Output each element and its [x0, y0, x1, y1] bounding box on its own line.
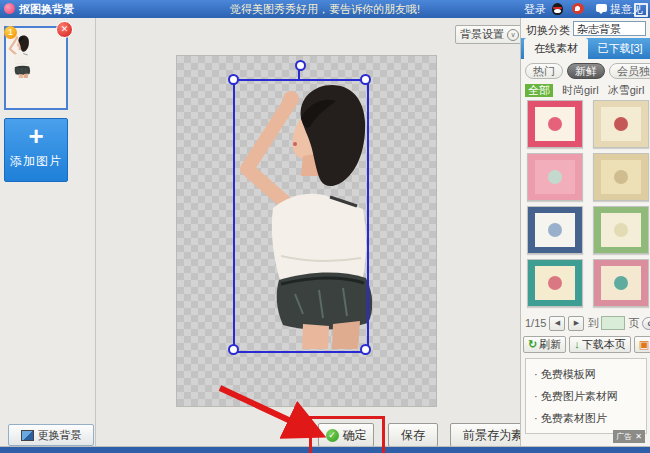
chevron-down-icon: ∨: [507, 29, 519, 41]
filter-hot[interactable]: 热门: [525, 63, 563, 79]
refresh-button[interactable]: ↻ 刷新: [523, 336, 566, 353]
subcategory-ice-girl[interactable]: 冰雪girl: [608, 83, 645, 98]
material-panel: 切换分类 杂志背景 在线素材 已下载[3] 热门 新鲜 会员独享 全部 时尚gi…: [520, 18, 650, 447]
ad-tag[interactable]: 广告 ✕: [613, 430, 645, 443]
material-thumb-balloon-poster-pink[interactable]: [527, 153, 583, 201]
filter-fresh-selected[interactable]: 新鲜: [567, 63, 605, 79]
next-page-button[interactable]: ▶: [568, 316, 584, 331]
material-actions: ↻ 刷新 ↓ 下载本页 ▣ 素材包: [523, 336, 650, 353]
ad-link-free-material-images[interactable]: · 免费素材图片: [534, 411, 607, 426]
ad-link-image-material-site[interactable]: · 免费图片素材网: [534, 389, 618, 404]
resize-handle-top-right[interactable]: [360, 74, 371, 85]
subcategory-all-selected[interactable]: 全部: [525, 84, 553, 97]
background-settings-button[interactable]: 背景设置 ∨: [455, 25, 524, 44]
window-control-button[interactable]: [634, 3, 648, 17]
resize-handle-bottom-right[interactable]: [360, 344, 371, 355]
selection-bounding-box[interactable]: [233, 79, 369, 353]
qq-icon[interactable]: [552, 3, 563, 15]
photo-index-badge: 1: [4, 26, 17, 39]
ad-links-box: · 免费模板网 · 免费图片素材网 · 免费素材图片 广告 ✕: [525, 358, 647, 434]
page-number-input[interactable]: [601, 316, 625, 330]
resize-handle-bottom-left[interactable]: [228, 344, 239, 355]
photo-list-sidebar: 1 ✕ + 添加图片 更换背景: [0, 18, 96, 447]
material-pack-button[interactable]: ▣ 素材包: [634, 336, 650, 353]
material-grid: [527, 100, 649, 312]
page-unit-label: 页: [628, 316, 639, 331]
tab-online-materials[interactable]: 在线素材: [524, 38, 588, 59]
download-icon: ↓: [574, 337, 580, 352]
filter-vip[interactable]: 会员独享: [609, 63, 650, 79]
photo-thumbnail-image: [6, 28, 62, 104]
login-link[interactable]: 登录: [524, 2, 546, 17]
category-dropdown[interactable]: 杂志背景: [573, 21, 646, 36]
material-thumb-night-sky-frame-blue[interactable]: [527, 206, 583, 254]
resize-handle-top-left[interactable]: [228, 74, 239, 85]
material-tabs: 在线素材 已下载[3]: [521, 38, 650, 59]
weibo-icon[interactable]: [572, 3, 584, 14]
remove-photo-icon[interactable]: ✕: [56, 21, 73, 38]
material-thumb-vintage-paper-beige[interactable]: [593, 153, 649, 201]
package-icon: ▣: [639, 337, 649, 352]
feedback-bubble-icon: [596, 4, 607, 12]
material-thumb-ice-cream-poster-pink[interactable]: [527, 100, 583, 148]
subcategory-fashion-girl[interactable]: 时尚girl: [562, 83, 599, 98]
material-thumb-floral-frame-teal[interactable]: [527, 259, 583, 307]
download-page-button[interactable]: ↓ 下载本页: [569, 336, 631, 353]
category-switch-label: 切换分类: [526, 23, 570, 38]
title-bar: 抠图换背景 觉得美图秀秀好用，要告诉你的朋友哦! 登录 提意见: [0, 0, 650, 18]
image-icon: [21, 430, 34, 441]
material-thumb-garden-frame-green[interactable]: [593, 206, 649, 254]
plus-icon: +: [5, 119, 67, 153]
change-background-button[interactable]: 更换背景: [8, 424, 94, 446]
rotation-handle[interactable]: [295, 60, 306, 71]
photo-thumbnail-selected[interactable]: 1 ✕: [4, 26, 68, 110]
page-indicator: 1/15: [525, 317, 546, 329]
subcategory-row: 全部 时尚girl 冰雪girl: [525, 83, 644, 97]
ad-close-icon[interactable]: ✕: [635, 432, 642, 441]
ad-link-template-site[interactable]: · 免费模板网: [534, 367, 596, 382]
goto-label: 到: [587, 316, 598, 331]
add-picture-button[interactable]: + 添加图片: [4, 118, 68, 182]
prev-page-button[interactable]: ◀: [549, 316, 565, 331]
tab-downloaded[interactable]: 已下载[3]: [591, 38, 649, 59]
material-thumb-floral-frame-pink-teal[interactable]: [593, 259, 649, 307]
filter-pills: 热门 新鲜 会员独享: [525, 63, 650, 79]
save-button[interactable]: 保存: [388, 423, 438, 447]
refresh-icon: ↻: [528, 337, 537, 352]
material-thumb-ice-cream-poster-beige[interactable]: [593, 100, 649, 148]
pagination-bar: 1/15 ◀ ▶ 到 页 GO: [525, 315, 650, 331]
go-button[interactable]: GO: [642, 317, 650, 330]
tutorial-highlight-rectangle: [309, 416, 385, 453]
